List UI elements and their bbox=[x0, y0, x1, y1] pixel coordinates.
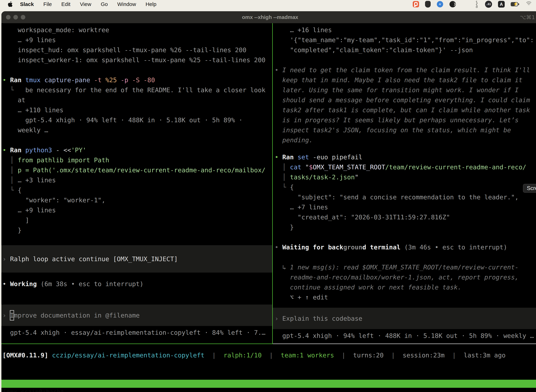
terminal-line: ] bbox=[2, 215, 272, 225]
input-source-icon[interactable]: A bbox=[498, 1, 505, 8]
terminal-line: later. Using the same for transition mig… bbox=[275, 85, 536, 95]
pane-divider[interactable] bbox=[272, 23, 273, 344]
window-title: omx --xhigh --madmax bbox=[1, 11, 536, 23]
terminal-line: "created_at": "2026-03-31T11:59:27.816Z" bbox=[275, 212, 536, 222]
terminal-line: … +7 lines bbox=[275, 202, 536, 212]
terminal-line: inspect_hud: omx sparkshell --tmux-pane … bbox=[2, 45, 272, 55]
menu-item-file[interactable]: File bbox=[43, 1, 52, 7]
prompt-input[interactable]: › Explain this codebase bbox=[273, 308, 536, 329]
active-pane-border bbox=[1, 344, 272, 344]
terminal-line: is in progress? It seems likely but perh… bbox=[275, 115, 536, 125]
omx-status-line: [OMX#0.11.9] cczip/essay/ai-reimplementa… bbox=[2, 350, 536, 360]
ralph-status-row: › Ralph loop active continue [OMX_TMUX_I… bbox=[1, 245, 272, 273]
terminal-line: … +16 lines bbox=[275, 25, 536, 35]
terminal-line: • Ran python3 - <<'PY' bbox=[2, 145, 272, 155]
prompt-input[interactable]: › Improve documentation in @filename bbox=[1, 304, 272, 326]
menu-item-window[interactable]: Window bbox=[117, 1, 136, 7]
terminal-line: ⌥ + ↑ edit bbox=[275, 292, 536, 302]
terminal-line bbox=[275, 302, 536, 308]
terminal-line: "worker": "worker-1", bbox=[2, 195, 272, 205]
menu-bar: SlackFileEditViewGoWindowHelp ..61 A ⚡ bbox=[0, 0, 536, 9]
terminal-line: └ { bbox=[2, 185, 272, 195]
terminal-line: } bbox=[275, 222, 536, 232]
menu-item-slack[interactable]: Slack bbox=[20, 1, 34, 7]
terminal-line: weekly … bbox=[2, 125, 272, 135]
terminal-line: task2 after task1 is complete, but can I… bbox=[275, 105, 536, 115]
menu-item-help[interactable]: Help bbox=[146, 1, 157, 7]
terminal-line: │ from pathlib import Path bbox=[2, 155, 272, 165]
terminal-line bbox=[275, 252, 536, 262]
terminal-line: "completed","claim_token":"claim-token"}… bbox=[275, 45, 536, 55]
window-shortcut-hint: ⌥⌘1 bbox=[520, 11, 535, 23]
terminal-line: workspace_mode: worktree bbox=[2, 25, 272, 35]
terminal-line bbox=[2, 235, 272, 245]
terminal-line: gpt-5.4 xhigh · 94% left · 488K in · 5.1… bbox=[2, 115, 272, 125]
terminal-line: └ { bbox=[275, 182, 536, 192]
terminal-line bbox=[2, 135, 272, 145]
squiggle-icon[interactable] bbox=[474, 0, 479, 8]
terminal-line bbox=[275, 145, 536, 152]
terminal-line: │ cat "$OMX_TEAM_STATE_ROOT/team/review-… bbox=[275, 162, 536, 172]
terminal-line: '{"team_name":"my-team","task_id":"1","f… bbox=[275, 35, 536, 45]
terminal-line: readme-and-reco/mailbox/worker-1.json, a… bbox=[275, 272, 536, 282]
terminal-line: pending. bbox=[275, 135, 536, 145]
terminal-line: • Ran tmux capture-pane -t %25 -p -S -80 bbox=[2, 75, 272, 85]
terminal-line bbox=[2, 289, 272, 304]
terminal-line bbox=[2, 326, 272, 327]
terminal-line: } bbox=[2, 225, 272, 235]
terminal-line: • Ran set -euo pipefail bbox=[275, 152, 536, 162]
inactive-pane-border bbox=[273, 344, 536, 344]
terminal-line bbox=[2, 273, 272, 279]
terminal-line bbox=[2, 65, 272, 75]
terminal-line: "subject": "send a concise recommendatio… bbox=[275, 192, 536, 202]
terminal-line bbox=[275, 55, 536, 65]
terminal-line: │ … +3 lines bbox=[2, 175, 272, 185]
terminal-line: should send a message before completing … bbox=[275, 95, 536, 105]
moon-pie-icon[interactable] bbox=[449, 1, 456, 8]
terminal-line: └ be necessary for the end of the README… bbox=[2, 85, 272, 95]
badge-61-icon[interactable]: ..61 bbox=[485, 1, 492, 8]
dots-grid-icon[interactable] bbox=[462, 1, 469, 8]
terminal-line: continue assigned work or next feasible … bbox=[275, 282, 536, 292]
model-status-line: gpt-5.4 xhigh · essay/ai-reimplementatio… bbox=[2, 327, 272, 338]
working-status-line: • Working (6m 38s • esc to interrupt) bbox=[2, 279, 272, 289]
keypad-shield-icon[interactable] bbox=[425, 1, 431, 8]
terminal-line: ↳ 1 new msg(s): read $OMX_TEAM_STATE_ROO… bbox=[275, 262, 536, 272]
menu-item-go[interactable]: Go bbox=[101, 1, 108, 7]
tmux-session-name: [omx-cczip0:bash* bbox=[3, 388, 64, 392]
terminal-line: • I need to get the claim token from the… bbox=[275, 65, 536, 75]
waiting-status-line: • Waiting for background terminal (3m 46… bbox=[275, 242, 536, 252]
terminal-line: at bbox=[2, 95, 272, 105]
menu-item-view[interactable]: View bbox=[80, 1, 91, 7]
terminal-line: … +9 lines bbox=[2, 205, 272, 215]
terminal-line: … +9 lines bbox=[2, 35, 272, 45]
terminal-line: … +110 lines bbox=[2, 105, 272, 115]
tmux-pane-left[interactable]: workspace_mode: worktree … +9 lines insp… bbox=[1, 23, 272, 344]
model-status-line: gpt-5.4 xhigh · 94% left · 488K in · 5.1… bbox=[275, 331, 536, 341]
apple-menu-icon[interactable] bbox=[7, 1, 13, 7]
battery-charging-icon[interactable]: ⚡ bbox=[511, 2, 519, 6]
menu-item-edit[interactable]: Edit bbox=[61, 1, 71, 7]
window-titlebar: omx --xhigh --madmax ⌥⌘1 bbox=[1, 11, 536, 23]
terminal-line: inspect_worker-1: omx sparkshell --tmux-… bbox=[2, 55, 272, 65]
screen-tooltip: Scre bbox=[523, 184, 536, 193]
screen-recording-indicator-icon[interactable] bbox=[413, 1, 419, 7]
wifi-icon[interactable] bbox=[525, 1, 532, 7]
terminal-line: │ tasks/task-2.json" bbox=[275, 172, 536, 182]
terminal-line bbox=[275, 232, 536, 242]
terminal-line: keep that in mind. Maybe I also need the… bbox=[275, 75, 536, 85]
tmux-pane-right[interactable]: … +16 lines '{"team_name":"my-team","tas… bbox=[273, 23, 536, 344]
omx-status-line: [OMX#0.11.9] cczip/essay/ai-reimplementa… bbox=[2, 350, 536, 360]
tmux-status-bar: [omx-cczip0:bash* "MacBook-Pro-44.local"… bbox=[1, 380, 536, 388]
terminal-window: omx --xhigh --madmax ⌥⌘1 workspace_mode:… bbox=[1, 11, 536, 392]
terminal-line: │ p = Path('.omx/state/team/review-curre… bbox=[2, 165, 272, 175]
blue-app-badge-icon[interactable] bbox=[437, 1, 443, 8]
terminal-line bbox=[275, 329, 536, 331]
terminal-line: inspect task2's JSON, focusing on the st… bbox=[275, 125, 536, 135]
